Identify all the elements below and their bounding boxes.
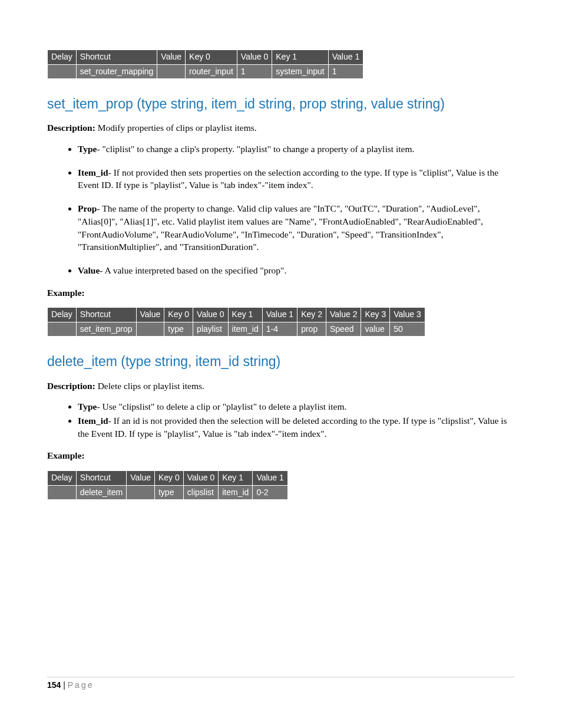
td: type [164,322,193,337]
description-label: Description: [47,123,95,133]
td: system_input [272,64,328,79]
description: Description: Modify properties of clips … [47,121,515,134]
example-label: Example: [47,449,515,462]
description: Description: Delete clips or playlist it… [47,380,515,393]
th: Key 0 [164,308,193,322]
param-text: - A value interpreted based on the speci… [100,265,286,275]
td [136,322,164,337]
heading-delete-item: delete_item (type string, item_id string… [47,352,515,371]
td [157,64,186,79]
td: clipslist [183,485,218,500]
th: Value 1 [328,50,363,65]
th: Value 1 [262,308,297,322]
td [48,64,77,79]
example-table-delete-item: Delay Shortcut Value Key 0 Value 0 Key 1… [47,470,288,500]
param-name: Prop [78,203,97,213]
td: 50 [390,322,425,337]
table-row: set_router_mapping router_input 1 system… [48,64,363,79]
th: Value [157,50,186,65]
th: Value 0 [193,308,228,322]
list-item: Item_id- If not provided then sets prope… [78,166,515,192]
footer-sep: | [61,680,67,690]
param-name: Value [78,265,100,275]
th: Value 0 [237,50,272,65]
param-name: Item_id [78,416,108,426]
list-item: Item_id- If an id is not provided then t… [78,414,515,440]
th: Key 0 [186,50,237,65]
td: 1-4 [262,322,297,337]
param-list: Type- Use "clipslist" to delete a clip o… [47,400,515,440]
td: item_id [228,322,262,337]
th: Key 0 [154,471,183,486]
table-row: delete_item type clipslist item_id 0-2 [48,485,288,500]
description-text: Delete clips or playlist items. [95,381,204,391]
description-text: Modify properties of clips or playlist i… [95,123,257,133]
td: 0-2 [253,485,287,500]
td [48,485,77,500]
th: Value [127,471,155,486]
td: playlist [193,322,228,337]
param-text: - "cliplist" to change a clip's property… [97,144,414,154]
param-text: - The name of the property to change. Va… [78,203,483,252]
description-label: Description: [47,381,95,391]
td: 1 [237,64,272,79]
th: Shortcut [76,308,136,322]
heading-set-item-prop: set_item_prop (type string, item_id stri… [47,94,515,113]
th: Delay [48,50,77,65]
param-text: - If an id is not provided then the sele… [78,416,507,439]
param-text: - Use "clipslist" to delete a clip or "p… [97,401,346,411]
th: Value [136,308,164,322]
param-name: Item_id [78,167,108,177]
page-footer: 154 | Page [47,677,515,691]
list-item: Prop- The name of the property to change… [78,202,515,253]
th: Key 1 [228,308,262,322]
table-row: set_item_prop type playlist item_id 1-4 … [48,322,425,337]
td: set_item_prop [76,322,136,337]
example-table-set-item-prop: Delay Shortcut Value Key 0 Value 0 Key 1… [47,307,425,337]
th: Value 2 [326,308,361,322]
param-name: Type [78,401,97,411]
list-item: Value- A value interpreted based on the … [78,264,515,277]
param-name: Type [78,144,97,154]
td: prop [297,322,326,337]
th: Value 1 [253,471,287,486]
td: set_router_mapping [76,64,157,79]
th: Value 0 [183,471,218,486]
th: Key 2 [297,308,326,322]
th: Key 1 [272,50,328,65]
th: Delay [48,471,77,486]
param-list: Type- "cliplist" to change a clip's prop… [47,143,515,277]
td: delete_item [76,485,126,500]
th: Shortcut [76,471,126,486]
th: Key 3 [361,308,390,322]
footer-word: Page [68,680,94,690]
example-table-router: Delay Shortcut Value Key 0 Value 0 Key 1… [47,50,363,79]
list-item: Type- "cliplist" to change a clip's prop… [78,143,515,156]
th: Value 3 [390,308,425,322]
page-number: 154 [47,680,61,690]
th: Key 1 [219,471,253,486]
td [127,485,155,500]
td: type [154,485,183,500]
param-text: - If not provided then sets properties o… [78,167,498,190]
th: Shortcut [76,50,157,65]
th: Delay [48,308,77,322]
td: item_id [219,485,253,500]
td: value [361,322,390,337]
td: 1 [328,64,363,79]
td: router_input [186,64,237,79]
td: Speed [326,322,361,337]
td [48,322,77,337]
list-item: Type- Use "clipslist" to delete a clip o… [78,400,515,413]
example-label: Example: [47,286,515,299]
